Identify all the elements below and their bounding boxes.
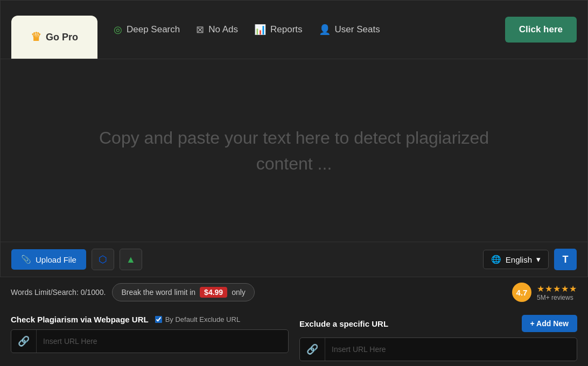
left-url-group: Check Plagiarism via Webpage URL By Defa… <box>11 315 289 353</box>
url-section: Check Plagiarism via Webpage URL By Defa… <box>0 307 588 366</box>
stars: ★★★★★ <box>537 284 577 294</box>
user-seats-feature: 👤 User Seats <box>319 24 380 36</box>
stars-reviews: ★★★★★ 5M+ reviews <box>537 284 577 301</box>
drive-button[interactable]: ▲ <box>120 249 142 270</box>
add-new-button[interactable]: + Add New <box>522 315 577 332</box>
left-url-input[interactable] <box>37 330 288 353</box>
language-selector[interactable]: 🌐 English ▾ <box>483 250 549 269</box>
top-banner: ♛ Go Pro ◎ Deep Search ⊠ No Ads 📊 Report… <box>0 0 588 59</box>
rating-value: 4.7 <box>516 288 528 297</box>
reports-feature: 📊 Reports <box>254 24 303 36</box>
language-label: English <box>506 255 532 264</box>
dropbox-button[interactable]: ⬡ <box>92 249 114 270</box>
text-format-button[interactable]: T <box>554 249 577 270</box>
chevron-down-icon: ▾ <box>536 255 541 264</box>
right-url-label-row: Exclude a specific URL + Add New <box>299 315 577 332</box>
crown-icon: ♛ <box>31 30 41 44</box>
globe-icon: 🌐 <box>491 255 501 264</box>
break-limit-bubble[interactable]: Break the word limit in $4.99 only <box>112 283 254 301</box>
main-editor-area[interactable]: Copy and paste your text here to detect … <box>0 59 588 242</box>
rating-section: 4.7 ★★★★★ 5M+ reviews <box>512 283 577 302</box>
upload-file-button[interactable]: 📎 Upload File <box>11 249 86 270</box>
upload-label: Upload File <box>36 255 76 264</box>
word-limit-bar: Words Limit/Search: 0/1000. Break the wo… <box>0 277 588 307</box>
price-badge: $4.99 <box>200 287 227 298</box>
no-ads-feature: ⊠ No Ads <box>196 24 238 36</box>
rating-circle: 4.7 <box>512 283 531 302</box>
user-seats-icon: 👤 <box>319 24 331 36</box>
right-url-input-row: 🔗 <box>299 337 577 361</box>
deep-search-feature: ◎ Deep Search <box>114 24 180 36</box>
reviews-text: 5M+ reviews <box>537 294 577 301</box>
checkbox-text: By Default Exclude URL <box>165 315 240 323</box>
left-url-input-row: 🔗 <box>11 329 289 353</box>
right-link-icon: 🔗 <box>300 338 325 361</box>
format-icon: T <box>563 254 569 265</box>
exclude-url-checkbox-label[interactable]: By Default Exclude URL <box>155 315 240 323</box>
drive-icon: ▲ <box>126 254 136 265</box>
paperclip-icon: 📎 <box>21 255 31 264</box>
no-ads-label: No Ads <box>208 24 238 35</box>
pro-features: ◎ Deep Search ⊠ No Ads 📊 Reports 👤 User … <box>114 24 489 36</box>
deep-search-icon: ◎ <box>114 24 122 36</box>
right-url-label: Exclude a specific URL <box>299 319 388 328</box>
left-link-icon: 🔗 <box>11 330 37 353</box>
word-limit-text: Words Limit/Search: 0/1000. <box>11 288 106 297</box>
right-url-input[interactable] <box>325 338 577 361</box>
go-pro-badge[interactable]: ♛ Go Pro <box>11 16 97 59</box>
no-ads-icon: ⊠ <box>196 24 204 36</box>
exclude-url-checkbox[interactable] <box>155 316 162 323</box>
left-url-label-row: Check Plagiarism via Webpage URL By Defa… <box>11 315 289 324</box>
deep-search-label: Deep Search <box>127 24 180 35</box>
user-seats-label: User Seats <box>335 24 380 35</box>
price-suffix: only <box>232 288 246 297</box>
left-url-label: Check Plagiarism via Webpage URL <box>11 315 149 324</box>
editor-placeholder: Copy and paste your text here to detect … <box>73 125 515 177</box>
break-limit-label: Break the word limit in <box>121 288 195 297</box>
bottom-toolbar: 📎 Upload File ⬡ ▲ 🌐 English ▾ T <box>0 242 588 277</box>
reports-icon: 📊 <box>254 24 266 36</box>
dropbox-icon: ⬡ <box>99 254 107 265</box>
right-url-group: Exclude a specific URL + Add New 🔗 <box>299 315 577 361</box>
go-pro-label: Go Pro <box>46 32 78 43</box>
click-here-button[interactable]: Click here <box>505 17 577 43</box>
reports-label: Reports <box>270 24 303 35</box>
